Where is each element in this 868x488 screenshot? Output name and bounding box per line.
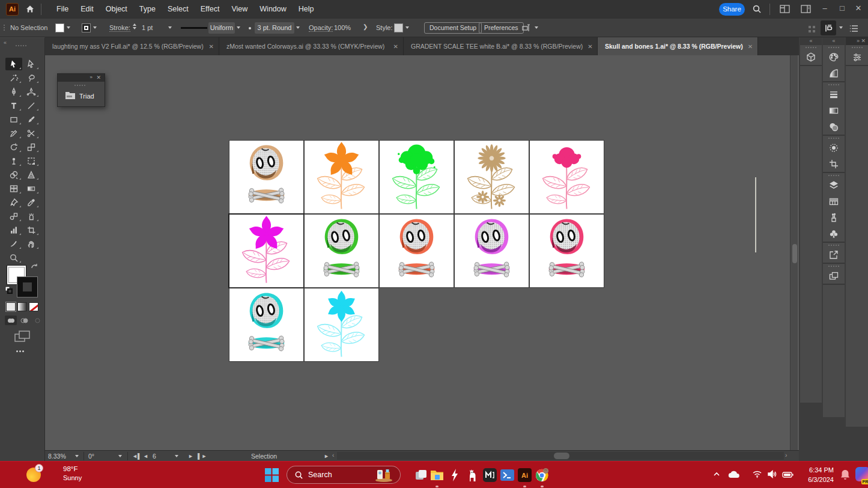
tool-mesh[interactable] bbox=[5, 182, 22, 195]
document-setup-button[interactable]: Document Setup bbox=[424, 22, 482, 34]
lightning-app-icon[interactable] bbox=[448, 468, 463, 483]
tool-artboard[interactable] bbox=[23, 224, 40, 236]
opacity-value[interactable]: 100% bbox=[334, 24, 351, 31]
tool-selection[interactable] bbox=[5, 58, 22, 70]
workspace-chevron-icon[interactable] bbox=[839, 26, 843, 29]
panel-list-icon[interactable] bbox=[849, 24, 858, 35]
style-chevron-icon[interactable] bbox=[405, 26, 409, 29]
menu-effect[interactable]: Effect bbox=[195, 0, 226, 19]
file-explorer-icon[interactable] bbox=[429, 468, 445, 483]
tab-close-icon[interactable]: ✕ bbox=[743, 43, 753, 50]
shape-mode-unite[interactable] bbox=[5, 316, 17, 325]
menu-type[interactable]: Type bbox=[133, 0, 162, 19]
artboard-11[interactable] bbox=[229, 288, 303, 361]
panel-drag-handle[interactable] bbox=[828, 84, 839, 85]
llama-app-icon[interactable] bbox=[465, 468, 480, 483]
fill-color-swatch[interactable] bbox=[55, 23, 64, 32]
align-chevron-icon[interactable] bbox=[535, 26, 538, 29]
document-tab-4[interactable]: Skull and bones 1.ai* @ 8.33 % (RGB/Prev… bbox=[598, 37, 758, 55]
3d-and-materials-panel-icon[interactable] bbox=[800, 49, 822, 65]
tool-paintbrush[interactable] bbox=[23, 113, 40, 126]
dock-layout-icon[interactable] bbox=[780, 5, 790, 16]
horizontal-scrollbar-thumb[interactable] bbox=[554, 453, 569, 459]
symbols-panel-icon[interactable] bbox=[823, 225, 845, 242]
more-tools-icon[interactable] bbox=[16, 350, 24, 352]
width-profile-preview[interactable] bbox=[181, 27, 207, 29]
document-tab-3[interactable]: GRADENT SCALE TEE white B.ai* @ 8.33 % (… bbox=[404, 37, 598, 55]
export-for-screens-panel-icon[interactable] bbox=[823, 246, 845, 263]
tool-scissors[interactable] bbox=[23, 127, 40, 139]
width-profile-value[interactable]: Uniform bbox=[208, 22, 235, 34]
illustrator-icon[interactable]: Ai bbox=[517, 468, 532, 483]
transparency-panel-icon[interactable] bbox=[823, 118, 845, 135]
status-expand-icon[interactable]: ► bbox=[324, 453, 329, 459]
search-daily-image[interactable] bbox=[374, 469, 394, 484]
color-panel-icon[interactable] bbox=[823, 49, 845, 65]
canvas[interactable]: » ✕ Triad bbox=[45, 55, 799, 450]
share-button[interactable]: Share bbox=[719, 3, 745, 16]
panel-drag-handle[interactable] bbox=[828, 47, 839, 48]
chevron-up-icon[interactable] bbox=[712, 470, 721, 481]
menu-select[interactable]: Select bbox=[162, 0, 195, 19]
close-button[interactable]: ✕ bbox=[851, 0, 866, 17]
tool-puppet-warp[interactable] bbox=[5, 154, 22, 167]
brushes-panel-icon[interactable] bbox=[823, 209, 845, 225]
artboard-9[interactable] bbox=[455, 215, 529, 287]
stray-line-object[interactable] bbox=[755, 177, 756, 252]
tool-perspective-grid[interactable] bbox=[23, 168, 40, 181]
tool-pen[interactable] bbox=[5, 85, 22, 98]
weather-widget[interactable]: 1 bbox=[26, 466, 43, 483]
gradient-panel-panel-icon[interactable] bbox=[823, 102, 845, 118]
expand-panel-icon[interactable]: » bbox=[90, 75, 93, 80]
start-button[interactable] bbox=[265, 468, 279, 484]
m-app-icon[interactable] bbox=[482, 468, 497, 483]
stroke-panel-icon[interactable] bbox=[823, 86, 845, 102]
tab-close-icon[interactable]: ✕ bbox=[389, 43, 398, 50]
opacity-expand-icon[interactable]: ❯ bbox=[363, 23, 368, 30]
tool-hand[interactable] bbox=[23, 237, 40, 250]
triad-panel-header[interactable]: » ✕ bbox=[58, 74, 105, 82]
none-mode-button[interactable] bbox=[29, 302, 38, 311]
brush-chevron-icon[interactable] bbox=[296, 26, 300, 29]
artboard-5[interactable] bbox=[530, 141, 604, 213]
arrange-panel-icon[interactable] bbox=[823, 267, 845, 284]
zoom-chevron-icon[interactable] bbox=[75, 455, 79, 457]
artboard-1[interactable] bbox=[229, 141, 303, 213]
search-icon[interactable] bbox=[752, 4, 762, 16]
zoom-level[interactable]: 8.33% bbox=[48, 453, 66, 460]
document-tab-2[interactable]: zMost wanted Colorways.ai @ 33.33 % (CMY… bbox=[219, 37, 404, 55]
close-panel-icon[interactable]: ✕ bbox=[861, 38, 866, 44]
shape-mode-intersect[interactable] bbox=[31, 316, 43, 325]
tool-zoom[interactable] bbox=[5, 251, 22, 264]
swap-fill-stroke-icon[interactable] bbox=[30, 263, 38, 273]
stroke-stepper[interactable] bbox=[133, 23, 136, 29]
tool-direct-selection[interactable] bbox=[23, 58, 40, 70]
tool-blend[interactable] bbox=[5, 210, 22, 222]
panel-drag-handle[interactable] bbox=[828, 245, 839, 246]
vertical-scrollbar-thumb[interactable] bbox=[792, 244, 797, 263]
asset-export-panel-icon[interactable] bbox=[823, 193, 845, 209]
color-mode-button[interactable] bbox=[6, 302, 16, 311]
panel-drag-handle[interactable] bbox=[806, 47, 816, 48]
tool-rectangle[interactable] bbox=[5, 113, 22, 126]
draw-mode-icon[interactable] bbox=[14, 330, 31, 346]
powershell-icon[interactable] bbox=[500, 468, 515, 483]
width-profile-chevron-icon[interactable] bbox=[237, 26, 240, 29]
preferences-button[interactable]: Preferences bbox=[479, 22, 524, 34]
menu-file[interactable]: File bbox=[50, 0, 74, 19]
toolbar-drag-handle[interactable] bbox=[16, 45, 26, 46]
opacity-label[interactable]: Opacity: bbox=[309, 24, 333, 32]
app-logo[interactable]: Ai bbox=[6, 3, 19, 16]
grid-icon[interactable] bbox=[809, 25, 816, 35]
prev-artboard-icon[interactable]: ◄ bbox=[143, 453, 148, 459]
tab-close-icon[interactable]: ✕ bbox=[583, 43, 592, 50]
tool-line-segment[interactable] bbox=[23, 99, 40, 112]
menu-help[interactable]: Help bbox=[293, 0, 320, 19]
maximize-button[interactable]: □ bbox=[834, 0, 850, 17]
panel-drag-handle[interactable] bbox=[74, 85, 85, 86]
menu-window[interactable]: Window bbox=[253, 0, 292, 19]
collapse-toolbar-icon[interactable]: « bbox=[4, 40, 7, 46]
tool-shape-builder[interactable] bbox=[5, 168, 22, 181]
tool-knife[interactable] bbox=[5, 237, 22, 250]
tool-lasso[interactable] bbox=[23, 72, 40, 84]
